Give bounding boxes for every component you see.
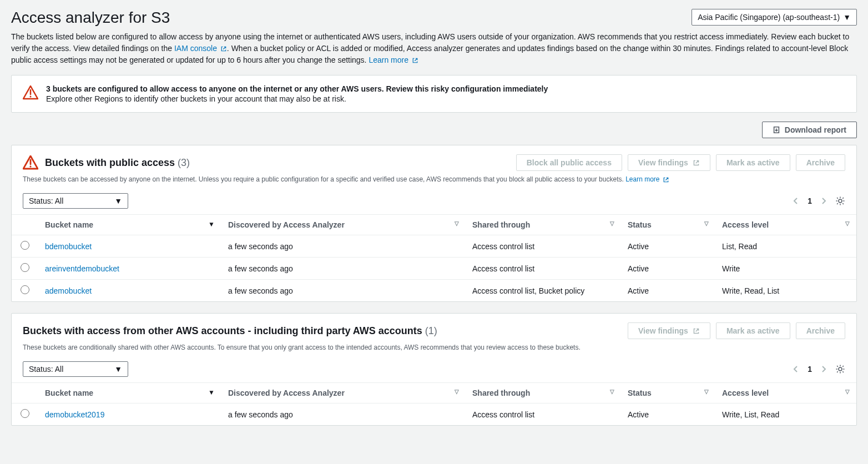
next-page-button[interactable] [821,196,826,205]
table-row: bdemobucketa few seconds agoAccess contr… [12,235,856,258]
prev-page-button[interactable] [793,365,799,374]
col-status[interactable]: Status▽ [621,383,715,404]
sort-icon: ▽ [845,220,850,226]
col-status-label: Status [628,389,652,397]
col-select [12,215,38,235]
learn-more-link[interactable]: Learn more [369,56,418,64]
svg-point-1 [30,96,32,98]
settings-gear-icon[interactable] [835,196,845,206]
status-filter-select[interactable]: Status: All ▼ [23,361,128,377]
col-shared-label: Shared through [472,389,530,397]
col-shared[interactable]: Shared through▽ [466,215,621,235]
view-findings-button[interactable]: View findings [628,322,710,339]
warning-triangle-icon [23,85,38,100]
col-access-label: Access level [722,389,769,397]
region-selector[interactable]: Asia Pacific (Singapore) (ap-southeast-1… [692,9,857,26]
shared-cell: Access control list [466,404,621,426]
alert-title: 3 buckets are configured to allow access… [46,84,548,93]
col-access[interactable]: Access level▽ [715,215,856,235]
panel-description: These buckets can be accessed by anyone … [12,173,856,190]
discovered-cell: a few seconds ago [221,235,466,258]
row-select-radio[interactable] [21,263,29,272]
panel-learn-more-link[interactable]: Learn more [625,175,669,183]
download-report-label: Download report [785,125,846,134]
view-findings-label: View findings [638,158,688,167]
col-shared-label: Shared through [472,220,530,229]
next-page-button[interactable] [821,365,826,374]
bucket-name-link[interactable]: areinventdemobucket [45,264,119,273]
sort-icon: ▽ [610,389,614,395]
access-cell: Write, Read, List [715,280,856,302]
col-shared[interactable]: Shared through▽ [466,383,621,404]
view-findings-label: View findings [638,326,688,335]
external-link-icon [220,46,227,52]
access-cell: List, Read [715,235,856,258]
block-public-access-button[interactable]: Block all public access [516,154,622,171]
access-cell: Write [715,258,856,280]
mark-active-button[interactable]: Mark as active [716,322,790,339]
cross-account-table: Bucket name▼ Discovered by Access Analyz… [12,382,856,425]
sort-icon: ▽ [610,220,614,226]
sort-icon: ▽ [845,389,850,395]
external-link-icon [412,57,418,64]
col-status-label: Status [628,220,652,229]
panel-title: Buckets with access from other AWS accou… [23,325,437,337]
col-disc-label: Discovered by Access Analyzer [228,389,345,397]
warning-triangle-icon [23,155,38,170]
col-status[interactable]: Status▽ [621,215,715,235]
settings-gear-icon[interactable] [835,364,845,374]
sort-icon: ▽ [704,220,709,226]
row-select-radio[interactable] [21,285,29,294]
status-filter-select[interactable]: Status: All ▼ [23,193,128,209]
bucket-name-link[interactable]: ademobucket [45,286,92,295]
sort-desc-icon: ▼ [208,220,215,228]
archive-button[interactable]: Archive [796,322,845,339]
access-cell: Write, List, Read [715,404,856,426]
iam-link-text: IAM console [174,44,217,53]
col-discovered[interactable]: Discovered by Access Analyzer▽ [221,383,466,404]
mark-active-button[interactable]: Mark as active [716,154,790,171]
col-bucket-name[interactable]: Bucket name▼ [38,215,221,235]
panel-learn-more-text: Learn more [625,175,659,183]
page-number: 1 [808,196,812,205]
status-filter-label: Status: All [29,365,63,374]
shared-cell: Access control list, Bucket policy [466,280,621,302]
col-bucket-label: Bucket name [45,220,93,229]
learn-more-text: Learn more [369,56,408,64]
shared-cell: Access control list [466,258,621,280]
panel-description: These buckets are conditionally shared w… [12,341,856,358]
public-buckets-table: Bucket name▼ Discovered by Access Analyz… [12,214,856,301]
bucket-name-link[interactable]: bdemobucket [45,242,92,251]
status-cell: Active [621,280,715,302]
col-bucket-name[interactable]: Bucket name▼ [38,383,221,404]
page-title: Access analyzer for S3 [11,9,170,27]
panel-desc-text: These buckets can be accessed by anyone … [23,175,625,183]
archive-button[interactable]: Archive [796,154,845,171]
col-access[interactable]: Access level▽ [715,383,856,404]
alert-subtitle: Explore other Regions to identify other … [46,94,548,103]
bucket-name-link[interactable]: demobucket2019 [45,410,104,419]
prev-page-button[interactable] [793,196,799,205]
sort-icon: ▽ [455,389,459,395]
row-select-radio[interactable] [21,241,29,250]
col-select [12,383,38,404]
page-number: 1 [808,365,812,374]
page-description: The buckets listed below are configured … [11,31,857,66]
row-select-radio[interactable] [21,409,29,418]
col-discovered[interactable]: Discovered by Access Analyzer▽ [221,215,466,235]
panel-title-text: Buckets with public access [45,157,175,168]
panel-title-text: Buckets with access from other AWS accou… [23,325,422,336]
sort-desc-icon: ▼ [208,389,215,396]
iam-console-link[interactable]: IAM console [174,44,227,53]
caret-down-icon: ▼ [114,196,122,205]
table-row: areinventdemobucketa few seconds agoAcce… [12,258,856,280]
discovered-cell: a few seconds ago [221,404,466,426]
shared-cell: Access control list [466,235,621,258]
view-findings-button[interactable]: View findings [628,154,710,171]
external-link-icon [693,327,700,335]
col-bucket-label: Bucket name [45,389,93,397]
download-report-button[interactable]: Download report [762,122,857,138]
panel-title: Buckets with public access (3) [45,157,190,169]
status-cell: Active [621,235,715,258]
table-row: demobucket2019a few seconds agoAccess co… [12,404,856,426]
